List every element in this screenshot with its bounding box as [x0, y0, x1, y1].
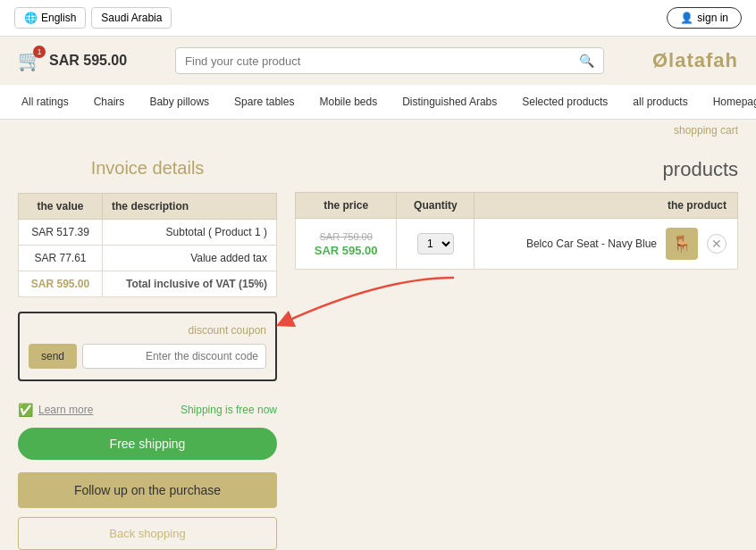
- signin-button[interactable]: 👤 sign in: [667, 7, 742, 29]
- user-icon: 👤: [680, 12, 693, 24]
- shopping-cart-link[interactable]: shopping cart: [674, 124, 738, 137]
- cart-price: SAR 595.00: [49, 53, 127, 69]
- cart-icon-wrap[interactable]: 🛒 1: [18, 49, 42, 72]
- region-label: Saudi Arabia: [101, 12, 162, 24]
- nav: All ratings Chairs Baby pillows Spare ta…: [0, 85, 756, 120]
- col-product-header: the product: [475, 193, 738, 219]
- signin-label: sign in: [697, 12, 728, 24]
- row3-desc: Total inclusive of VAT (15%): [103, 271, 277, 297]
- col-qty-header: Quantity: [397, 193, 475, 219]
- row2-value: SAR 77.61: [19, 246, 103, 271]
- invoice-panel: Invoice details the value the descriptio…: [18, 158, 277, 550]
- row1-desc: Subtotal ( Product 1 ): [103, 220, 277, 246]
- shipping-section: ✅ Learn more Shipping is free now Free s…: [18, 396, 277, 550]
- red-arrow: [275, 269, 463, 349]
- nav-selected[interactable]: Selected products: [509, 85, 620, 119]
- back-shopping-button[interactable]: Back shopping: [18, 517, 277, 550]
- search-icon: 🔍: [579, 54, 594, 68]
- globe-icon: 🌐: [24, 12, 38, 24]
- row3-value: SAR 595.00: [19, 271, 103, 297]
- product-icon: 🪑: [672, 234, 692, 254]
- check-icon: ✅: [18, 403, 33, 417]
- product-cell: Belco Car Seat - Navy Blue 🪑 ✕: [485, 228, 727, 260]
- new-price: SAR 595.00: [315, 244, 378, 257]
- search-bar: 🔍: [175, 47, 604, 74]
- nav-homepage[interactable]: Homepage: [701, 85, 756, 119]
- cart-area: 🛒 1 SAR 595.00: [18, 49, 127, 72]
- row1-value: SAR 517.39: [19, 220, 103, 246]
- header: 🛒 1 SAR 595.00 🔍 Ølatafah: [0, 37, 756, 85]
- product-name: Belco Car Seat - Navy Blue: [526, 238, 657, 250]
- nav-baby-pillows[interactable]: Baby pillows: [137, 85, 222, 119]
- search-input[interactable]: [185, 54, 579, 68]
- old-price: SAR 750.00: [320, 231, 373, 242]
- language-label: English: [41, 12, 76, 24]
- logo: Ølatafah: [652, 49, 738, 72]
- product-name-cell: Belco Car Seat - Navy Blue 🪑 ✕: [475, 219, 738, 270]
- shipping-info-left: ✅ Learn more: [18, 403, 93, 417]
- nav-mobile-beds[interactable]: Mobile beds: [307, 85, 390, 119]
- language-button[interactable]: 🌐 English: [14, 7, 86, 29]
- free-shipping-text: Shipping is free now: [181, 404, 277, 416]
- discount-section: discount coupon send: [18, 312, 277, 381]
- products-table: the price Quantity the product SAR 750.0…: [295, 192, 738, 270]
- cart-link-bar: shopping cart: [0, 120, 756, 140]
- learn-more-link[interactable]: Learn more: [38, 404, 93, 416]
- table-row: SAR 77.61 Value added tax: [19, 246, 277, 271]
- discount-row: send: [29, 344, 266, 369]
- qty-select[interactable]: 1 2 3: [417, 233, 454, 254]
- remove-button[interactable]: ✕: [707, 234, 727, 254]
- product-qty-cell: 1 2 3: [397, 219, 475, 270]
- row2-desc: Value added tax: [103, 246, 277, 271]
- qty-control: 1 2 3: [407, 233, 463, 254]
- invoice-table: the value the description SAR 517.39 Sub…: [18, 193, 277, 297]
- col-value-header: the value: [19, 194, 103, 220]
- cart-badge: 1: [33, 46, 46, 58]
- region-button[interactable]: Saudi Arabia: [91, 7, 172, 29]
- nav-all-ratings[interactable]: All ratings: [9, 85, 81, 119]
- products-panel: products the price Quantity the product …: [295, 158, 738, 550]
- top-bar-left: 🌐 English Saudi Arabia: [14, 7, 172, 29]
- follow-up-button[interactable]: Follow up on the purchase: [18, 472, 277, 508]
- col-description-header: the description: [103, 194, 277, 220]
- price-area: SAR 750.00 SAR 595.00: [307, 231, 385, 257]
- nav-chairs[interactable]: Chairs: [81, 85, 138, 119]
- invoice-title: Invoice details: [18, 158, 277, 179]
- main-content: Invoice details the value the descriptio…: [0, 140, 756, 550]
- products-title: products: [295, 158, 738, 181]
- table-row: SAR 750.00 SAR 595.00 1 2 3: [296, 219, 738, 270]
- nav-all-products[interactable]: all products: [620, 85, 700, 119]
- top-bar: 🌐 English Saudi Arabia 👤 sign in: [0, 0, 756, 37]
- shipping-info: ✅ Learn more Shipping is free now: [18, 396, 277, 424]
- table-row: SAR 517.39 Subtotal ( Product 1 ): [19, 220, 277, 246]
- col-price-header: the price: [296, 193, 397, 219]
- product-price-cell: SAR 750.00 SAR 595.00: [296, 219, 397, 270]
- coupon-input[interactable]: [82, 344, 266, 369]
- free-shipping-button[interactable]: Free shipping: [18, 428, 277, 460]
- product-thumbnail: 🪑: [666, 228, 698, 260]
- send-button[interactable]: send: [29, 344, 77, 369]
- table-row-total: SAR 595.00 Total inclusive of VAT (15%): [19, 271, 277, 297]
- nav-spare-tables[interactable]: Spare tables: [222, 85, 307, 119]
- nav-distinguished[interactable]: Distinguished Arabs: [390, 85, 509, 119]
- discount-label: discount coupon: [29, 324, 266, 337]
